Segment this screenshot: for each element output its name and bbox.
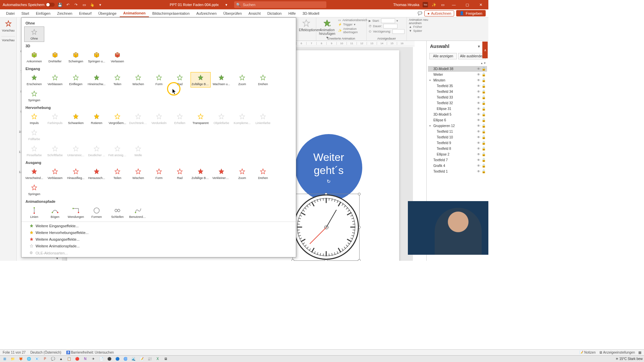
visibility-icon[interactable]: 👁 — [477, 118, 480, 122]
lock-icon[interactable]: 🔓 — [482, 67, 486, 71]
visibility-icon[interactable]: 👁 — [477, 78, 480, 82]
tab-hilfe[interactable]: Hilfe — [285, 10, 299, 17]
caret-icon[interactable]: ▾ — [429, 124, 431, 127]
anim-ausgang-4[interactable]: Teilen — [107, 166, 127, 181]
visibility-icon[interactable]: 👁 — [477, 135, 480, 139]
anim-eingang-10[interactable]: Zoom — [232, 72, 252, 87]
tab-ansicht[interactable]: Ansicht — [245, 10, 264, 17]
frueher-button[interactable]: ▲ Früher — [409, 25, 442, 29]
timing-dauer-row[interactable]: ⏱ Dauer: — [369, 23, 405, 29]
selection-pane-dropdown-icon[interactable]: ▾ — [478, 44, 480, 49]
anim-ausgang-2[interactable]: Hinausflieg... — [66, 166, 86, 181]
visibility-icon[interactable]: 👁 — [477, 107, 480, 111]
timing-start-row[interactable]: ▶ Start:▾ — [369, 18, 405, 23]
autosave-switch-icon[interactable] — [46, 3, 55, 7]
aufzeichnen-button[interactable]: ●Aufzeichnen — [424, 10, 454, 16]
tab-datei[interactable]: Datei — [3, 10, 18, 17]
autosave-toggle[interactable]: Automatisches Speichern — [3, 3, 55, 7]
selection-item-5[interactable]: Textfeld 33👁🔓 — [428, 95, 487, 100]
freigeben-button[interactable]: 👤Freigeben — [456, 10, 486, 16]
visibility-icon[interactable]: 👁 — [477, 164, 480, 168]
visibility-icon[interactable]: 👁 — [477, 101, 480, 105]
user-avatar-icon[interactable]: TH — [423, 2, 428, 7]
close-button[interactable]: ✕ — [476, 0, 486, 9]
tab-einfuegen[interactable]: Einfügen — [33, 10, 54, 17]
anim-3d-0[interactable]: Ankommen — [24, 49, 44, 65]
visibility-icon[interactable]: 👁 — [477, 67, 480, 71]
selection-item-13[interactable]: Textfeld 9👁🔓 — [428, 140, 487, 146]
anim-ausgang-10[interactable]: Zoom — [232, 166, 252, 181]
selection-item-15[interactable]: Ellipse 2👁🔓 — [428, 152, 487, 157]
selection-item-12[interactable]: Textfeld 10👁🔓 — [428, 134, 487, 140]
lock-icon[interactable]: 🔓 — [482, 107, 486, 111]
undo-icon[interactable]: ↶ — [65, 2, 71, 7]
lock-icon[interactable]: 🔓 — [482, 124, 486, 128]
tab-3dmodell[interactable]: 3D-Modell — [299, 10, 323, 17]
lock-icon[interactable]: 🔓 — [482, 164, 486, 168]
anim-ohne[interactable]: Ohne — [24, 26, 44, 42]
anim-pfad-4[interactable]: Schleifen — [107, 205, 127, 220]
tab-dictation[interactable]: Dictation — [264, 10, 285, 17]
tab-entwurf[interactable]: Entwurf — [76, 10, 95, 17]
anim-ausgang-0[interactable]: Verschwind... — [24, 166, 44, 181]
lock-icon[interactable]: 🔓 — [482, 170, 486, 173]
comments-icon[interactable]: 💬 — [418, 11, 422, 15]
spaeter-button[interactable]: ▼ Später — [409, 29, 442, 33]
anim-eingang-0[interactable]: Erscheinen — [24, 72, 44, 87]
rotate-icon[interactable]: ↻ — [313, 179, 344, 184]
clock-3d-model[interactable] — [293, 194, 359, 260]
collapse-pane-button[interactable]: ∧ — [482, 42, 488, 58]
anim-3d-4[interactable]: Verlassen — [107, 49, 127, 65]
selection-item-10[interactable]: ▾Gruppieren 12👁🔓 — [428, 123, 487, 129]
lock-icon[interactable]: 🔓 — [482, 118, 486, 122]
filename-dropdown-icon[interactable]: ▾ — [225, 3, 227, 7]
lock-icon[interactable]: 🔓 — [482, 96, 486, 99]
lock-icon[interactable]: 🔓 — [482, 78, 486, 82]
selection-item-1[interactable]: Weiter👁🔓 — [428, 72, 487, 77]
alle-ausblenden-button[interactable]: Alle ausblenden — [458, 53, 486, 59]
anim-ausgang-9[interactable]: Verkleinern ... — [211, 166, 231, 181]
selection-item-17[interactable]: Grafik 4👁🔓 — [428, 163, 487, 169]
present-from-start-icon[interactable]: ▭ — [82, 2, 87, 7]
visibility-icon[interactable]: 👁 — [477, 90, 480, 94]
visibility-icon[interactable]: 👁 — [477, 84, 480, 88]
lock-icon[interactable]: 🔓 — [482, 141, 486, 145]
anim-pfad-2[interactable]: Wendungen — [66, 205, 86, 220]
anim-hervor-8[interactable]: Transparent — [191, 111, 211, 126]
visibility-icon[interactable]: 👁 — [477, 147, 480, 150]
selection-item-2[interactable]: ▾Minuten👁🔓 — [428, 77, 487, 83]
alle-anzeigen-button[interactable]: Alle anzeigen — [429, 53, 457, 59]
visibility-icon[interactable]: 👁 — [477, 153, 480, 156]
selection-item-16[interactable]: Textfeld 7👁🔓 — [428, 157, 487, 163]
anim-ausgang-8[interactable]: Zufällige Ba... — [191, 166, 211, 181]
anim-ausgang-12[interactable]: Springen — [24, 182, 44, 197]
lock-icon[interactable]: 🔓 — [482, 73, 486, 76]
lock-icon[interactable]: 🔓 — [482, 90, 486, 94]
qat-more-icon[interactable]: ▾ — [98, 2, 103, 7]
more-pfade-link[interactable]: Weitere Animationspfade... — [21, 243, 296, 249]
selection-item-3[interactable]: Textfeld 35👁🔓 — [428, 83, 487, 89]
anim-eingang-2[interactable]: Einfliegen — [66, 72, 86, 87]
minimize-button[interactable]: — — [449, 0, 459, 9]
move-up-icon[interactable]: ▴ — [481, 61, 483, 65]
animation-uebertragen-button[interactable]: ✨ Animation übertragen — [338, 27, 367, 34]
lock-icon[interactable]: 🔓 — [482, 153, 486, 156]
lock-icon[interactable]: 🔓 — [482, 130, 486, 133]
more-eingang-link[interactable]: Weitere Eingangseffekte... — [21, 223, 296, 229]
anim-ausgang-11[interactable]: Drehen — [253, 166, 273, 181]
anim-ausgang-1[interactable]: Verblassen — [45, 166, 65, 181]
timing-verzoegerung-row[interactable]: ⏲ Verzögerung: — [369, 29, 405, 34]
tab-uebergaenge[interactable]: Übergänge — [95, 10, 120, 17]
selection-item-14[interactable]: Textfeld 8👁🔓 — [428, 146, 487, 152]
tab-start[interactable]: Start — [18, 10, 33, 17]
selection-item-9[interactable]: Ellipse 6👁🔓 — [428, 117, 487, 123]
anim-hervor-2[interactable]: Schwanken — [66, 111, 86, 126]
speech-bubble[interactable]: Weitergeht´s ↻ — [295, 134, 362, 201]
anim-hervor-4[interactable]: Vergrößern... — [107, 111, 127, 126]
move-down-icon[interactable]: ▾ — [484, 61, 486, 65]
coming-soon-icon[interactable]: ✨ — [431, 2, 437, 7]
anim-pfad-0[interactable]: Linien — [24, 205, 44, 220]
anim-pfad-5[interactable]: Benutzerdef... — [128, 205, 148, 220]
visibility-icon[interactable]: 👁 — [477, 73, 480, 76]
lock-icon[interactable]: 🔓 — [482, 147, 486, 150]
